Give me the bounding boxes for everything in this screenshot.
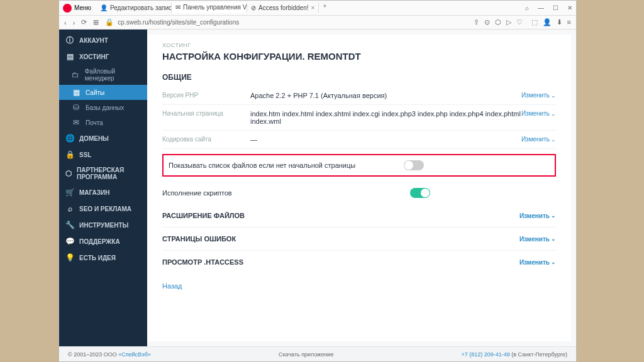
tab-panel[interactable]: ✉Панель управления VH× [172, 3, 247, 13]
chat-icon: 💬 [65, 237, 74, 246]
toggle-switch[interactable] [404, 160, 424, 170]
main-content: ХОСТИНГ НАСТРОЙКА КОНФИГУРАЦИИ. REMONTDT… [147, 35, 571, 341]
avatar-icon[interactable]: 👤 [543, 18, 552, 26]
forward-icon[interactable]: › [73, 19, 75, 26]
toggle-switch[interactable] [410, 188, 430, 198]
share-icon[interactable]: ⇪ [474, 18, 479, 26]
badge-icon: ⬡ [65, 169, 72, 178]
change-link[interactable]: Изменить⌄ [519, 212, 556, 219]
change-link[interactable]: Изменить⌄ [521, 110, 556, 117]
footer-phone: +7 (812) 209-41-49 (в Санкт-Петербурге) [462, 351, 567, 358]
change-link[interactable]: Изменить⌄ [519, 236, 556, 243]
mail-icon: ✉ [72, 118, 80, 127]
speed-dial-icon[interactable]: ⊞ [93, 18, 99, 26]
cube-icon[interactable]: ⬚ [531, 18, 538, 26]
sidebar-item-domains[interactable]: 🌐ДОМЕНЫ [59, 130, 147, 146]
maximize-icon[interactable]: ☐ [553, 4, 558, 11]
sites-icon: ▦ [72, 88, 80, 97]
search-icon[interactable]: ⌕ [525, 4, 529, 11]
cart-icon: 🛒 [65, 188, 74, 197]
change-link[interactable]: Изменить⌄ [519, 259, 556, 266]
sidebar-item-account[interactable]: ⓘАККАУНТ [59, 32, 147, 48]
sidebar-item-seo[interactable]: ⌕SEO И РЕКЛАМА [59, 200, 147, 217]
blocked-icon: ⊘ [251, 4, 256, 11]
sidebar-item-ssl[interactable]: 🔒SSL [59, 146, 147, 163]
url-bar[interactable]: 🔒 cp.sweb.ru/hosting/sites/site_configur… [105, 18, 467, 26]
row-value: Apache 2.2 + PHP 7.1 (Актуальная версия) [250, 92, 521, 99]
row-label: Версия PHP [162, 92, 250, 99]
menu-icon[interactable]: ≡ [567, 18, 571, 26]
content-area: ⓘАККАУНТ ▤ХОСТИНГ 🗀Файловый менеджер ▦Са… [59, 30, 576, 346]
expand-htaccess[interactable]: ПРОСМОТР .HTACCESS Изменить⌄ [162, 251, 556, 273]
footer-copyright: © 2001–2023 ООО «СпейсВэб» [68, 351, 151, 358]
change-link[interactable]: Изменить⌄ [521, 92, 556, 99]
row-value: index.htm index.html index.shtml index.c… [250, 110, 521, 125]
reload-icon[interactable]: ⟳ [81, 18, 87, 26]
play-icon[interactable]: ▷ [506, 18, 511, 26]
tab-strip: 👤Редактировать запись "Th× ✉Панель управ… [96, 3, 330, 13]
wrench-icon: 🔧 [65, 221, 74, 229]
browser-window: Меню 👤Редактировать запись "Th× ✉Панель … [58, 0, 577, 362]
chevron-down-icon: ⌄ [551, 259, 556, 265]
back-link[interactable]: Назад [162, 282, 182, 290]
row-encoding: Кодировка сайта — Изменить⌄ [162, 131, 556, 149]
lock-icon: 🔒 [65, 150, 74, 159]
sidebar-item-tools[interactable]: 🔧ИНСТРУМЕНТЫ [59, 217, 147, 233]
new-tab-button[interactable]: + [319, 3, 330, 13]
sidebar-item-databases[interactable]: ⛁Базы данных [59, 100, 147, 115]
menu-label[interactable]: Меню [74, 4, 91, 11]
row-php: Версия PHP Apache 2.2 + PHP 7.1 (Актуаль… [162, 87, 556, 105]
shield-icon[interactable]: ⬡ [495, 18, 501, 26]
mail-icon: ✉ [175, 4, 180, 11]
tab-edit[interactable]: 👤Редактировать запись "Th× [96, 3, 172, 13]
sidebar-item-store[interactable]: 🛒МАГАЗИН [59, 184, 147, 200]
highlight-box: Показывать список файлов если нет началь… [162, 154, 556, 177]
download-icon[interactable]: ⬇ [557, 18, 562, 26]
back-icon[interactable]: ‹ [64, 19, 67, 26]
tab-forbidden[interactable]: ⊘Access forbidden!× [247, 3, 319, 13]
chevron-down-icon: ⌄ [551, 212, 556, 219]
sidebar-item-mail[interactable]: ✉Почта [59, 115, 147, 130]
chevron-down-icon: ⌄ [551, 136, 556, 143]
chevron-down-icon: ⌄ [551, 111, 556, 117]
sidebar-item-sites[interactable]: ▦Сайты [59, 85, 147, 100]
sidebar-item-idea[interactable]: 💡ЕСТЬ ИДЕЯ [59, 250, 147, 266]
expand-error-pages[interactable]: СТРАНИЦЫ ОШИБОК Изменить⌄ [162, 228, 556, 251]
folder-icon: 🗀 [72, 70, 80, 79]
user-icon: 👤 [100, 4, 108, 11]
row-label: Начальная страница [162, 110, 250, 117]
url-text: cp.sweb.ru/hosting/sites/site_configurat… [118, 19, 239, 26]
close-window-icon[interactable]: ✕ [567, 4, 572, 11]
footer-company-link[interactable]: «СпейсВэб» [118, 351, 151, 358]
section-general: ОБЩИЕ [162, 73, 556, 82]
toggle-knob [404, 161, 413, 170]
expand-file-ext[interactable]: РАСШИРЕНИЕ ФАЙЛОВ Изменить⌄ [162, 204, 556, 228]
sidebar-item-hosting[interactable]: ▤ХОСТИНГ [59, 48, 147, 65]
row-label: Кодировка сайта [162, 136, 250, 143]
toggle-label: Исполнение скриптов [162, 189, 410, 197]
lock-icon: 🔒 [105, 18, 114, 26]
close-icon[interactable]: × [311, 4, 315, 11]
toggle-label: Показывать список файлов если нет началь… [169, 162, 404, 169]
sidebar-item-support[interactable]: 💬ПОДДЕРЖКА [59, 233, 147, 250]
db-icon: ⛁ [72, 103, 80, 112]
camera-icon[interactable]: ⊙ [484, 18, 490, 26]
row-value: — [250, 136, 521, 143]
globe-icon: 🌐 [65, 134, 74, 143]
footer-download[interactable]: Скачать приложение [279, 351, 333, 358]
footer-phone-link[interactable]: +7 (812) 209-41-49 [462, 351, 510, 358]
heart-icon[interactable]: ♡ [516, 18, 523, 26]
server-icon: ▤ [65, 52, 74, 61]
search-icon: ⌕ [65, 204, 74, 213]
sidebar-item-partner[interactable]: ⬡ПАРТНЕРСКАЯ ПРОГРАММА [59, 163, 147, 184]
opera-icon [63, 4, 72, 13]
chevron-down-icon: ⌄ [551, 92, 556, 99]
browser-toolbar: ‹ › ⟳ ⊞ 🔒 cp.sweb.ru/hosting/sites/site_… [59, 16, 576, 30]
page-title: НАСТРОЙКА КОНФИГУРАЦИИ. REMONTDT [162, 51, 556, 62]
user-circle-icon: ⓘ [65, 36, 74, 45]
sidebar-item-filemanager[interactable]: 🗀Файловый менеджер [59, 65, 147, 85]
change-link[interactable]: Изменить⌄ [521, 136, 556, 143]
footer: © 2001–2023 ООО «СпейсВэб» Скачать прило… [59, 346, 576, 361]
toggle-knob [421, 189, 430, 197]
minimize-icon[interactable]: — [538, 4, 544, 11]
